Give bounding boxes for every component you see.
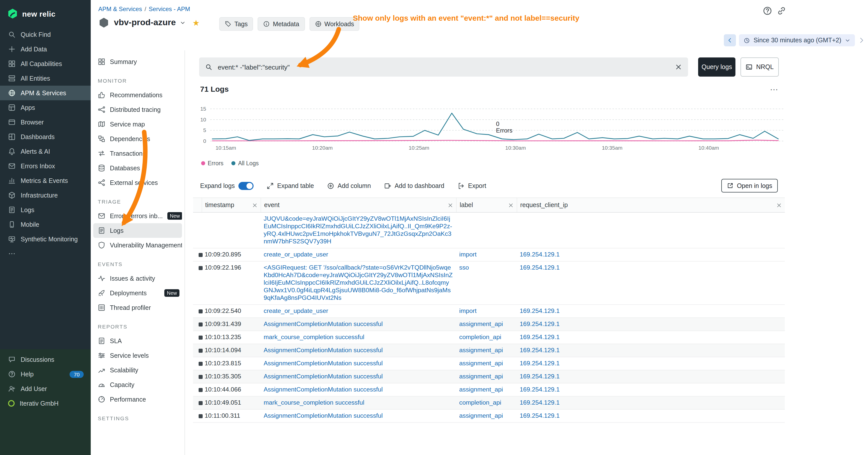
cell-request-client-ip[interactable]: 169.254.129.1 [517, 357, 785, 370]
add-to-dashboard-button[interactable]: Add to dashboard [384, 182, 444, 189]
tags-button[interactable]: Tags [219, 17, 253, 31]
subnav-item-dependencies[interactable]: Dependencies [93, 131, 182, 146]
subnav-item-errors-errors-inb[interactable]: Errors (errors inb...New [93, 208, 182, 223]
subnav-item-external-services[interactable]: External services [93, 175, 182, 190]
sidebar-item-add-data[interactable]: Add Data [0, 42, 91, 57]
cell-label[interactable]: assignment_api [456, 344, 517, 357]
subnav-item-recommendations[interactable]: Recommendations [93, 88, 182, 102]
table-row[interactable]: 10:10:49.051mark_course_completion succe… [193, 396, 785, 410]
cell-request-client-ip[interactable] [517, 213, 785, 248]
cell-request-client-ip[interactable]: 169.254.129.1 [517, 305, 785, 318]
table-row[interactable]: 10:10:23.815AssignmentCompletionMutation… [193, 357, 785, 370]
cell-request-client-ip[interactable]: 169.254.129.1 [517, 384, 785, 396]
table-row[interactable]: 10:09:20.895create_or_update_userimport1… [193, 249, 785, 261]
expand-table-button[interactable]: Expand table [267, 182, 314, 189]
sidebar-item-browser[interactable]: Browser [0, 115, 91, 130]
subnav-item-vulnerability-management[interactable]: Vulnerability Management [93, 238, 182, 253]
cell-label[interactable]: assignment_api [456, 357, 517, 370]
help-circle-icon[interactable] [763, 6, 772, 15]
cell-request-client-ip[interactable]: 169.254.129.1 [517, 396, 785, 409]
add-column-button[interactable]: Add column [327, 182, 371, 189]
sidebar-item-all-entities[interactable]: All Entities [0, 71, 91, 86]
subnav-item-logs[interactable]: Logs [93, 223, 182, 238]
favorite-star[interactable]: ★ [192, 18, 200, 28]
sidebar-item-metrics-events[interactable]: Metrics & Events [0, 173, 91, 188]
subnav-item-issues-activity[interactable]: Issues & activity [93, 271, 182, 286]
cell-request-client-ip[interactable]: 169.254.129.1 [517, 344, 785, 357]
subnav-item-transactions[interactable]: Transactions [93, 146, 182, 161]
sidebar-footer-item-add-user[interactable]: Add User [0, 382, 91, 396]
remove-column-icon[interactable] [447, 202, 453, 208]
cell-request-client-ip[interactable]: 169.254.129.1 [517, 249, 785, 261]
cell-event[interactable]: mark_course_completion successful [260, 331, 456, 344]
table-row[interactable]: 10:09:22.196<ASGIRequest: GET '/sso/call… [193, 261, 785, 305]
sidebar-item-more[interactable] [0, 247, 91, 261]
permalink-icon[interactable] [777, 6, 786, 15]
cell-label[interactable]: assignment_api [456, 318, 517, 330]
cell-event[interactable]: AssignmentCompletionMutation successful [260, 410, 456, 422]
cell-label[interactable]: import [456, 305, 517, 318]
cell-event[interactable]: AssignmentCompletionMutation successful [260, 357, 456, 370]
cell-event[interactable]: mark_course_completion successful [260, 396, 456, 409]
sidebar-item-quick-find[interactable]: Quick Find [0, 27, 91, 42]
sidebar-item-errors-inbox[interactable]: Errors Inbox [0, 159, 91, 173]
sidebar-item-dashboards[interactable]: Dashboards [0, 130, 91, 144]
time-back-button[interactable] [724, 34, 736, 46]
table-row[interactable]: 10:09:22.540create_or_update_userimport1… [193, 305, 785, 318]
column-header-event[interactable]: event [260, 198, 456, 212]
query-logs-button[interactable]: Query logs [698, 58, 736, 76]
open-in-logs-button[interactable]: Open in logs [721, 179, 778, 193]
subnav-item-summary[interactable]: Summary [93, 55, 182, 69]
legend-item-all-logs[interactable]: All Logs [231, 160, 259, 166]
expand-logs-toggle[interactable] [239, 182, 253, 190]
cell-event[interactable]: create_or_update_user [260, 249, 456, 261]
cell-event[interactable]: create_or_update_user [260, 305, 456, 318]
cell-event[interactable]: <ASGIRequest: GET '/sso/callback/?state=… [260, 261, 456, 304]
cell-request-client-ip[interactable]: 169.254.129.1 [517, 318, 785, 330]
subnav-item-thread-profiler[interactable]: Thread profiler [93, 300, 182, 315]
nrql-button[interactable]: NRQL [741, 58, 779, 76]
time-range-button[interactable]: Since 30 minutes ago (GMT+2) [739, 34, 855, 46]
sidebar-item-apps[interactable]: Apps [0, 100, 91, 115]
sidebar-item-infrastructure[interactable]: Infrastructure [0, 188, 91, 202]
cell-label[interactable]: sso [456, 261, 517, 304]
sidebar-item-mobile[interactable]: Mobile [0, 217, 91, 232]
time-forward-button[interactable] [858, 37, 865, 44]
clear-query-icon[interactable] [675, 64, 682, 70]
table-row[interactable]: 10:10:14.094AssignmentCompletionMutation… [193, 344, 785, 357]
sidebar-item-all-capabilities[interactable]: All Capabilities [0, 57, 91, 71]
column-header-timestamp[interactable]: timestamp [202, 198, 260, 212]
table-row[interactable]: JUQVU&code=eyJraWQiOiJjcGItY29yZV8wOTl1M… [193, 213, 785, 249]
table-row[interactable]: 10:11:00.311AssignmentCompletionMutation… [193, 410, 785, 423]
subnav-item-scalability[interactable]: Scalability [93, 363, 182, 378]
title-chevron-down-icon[interactable] [180, 20, 186, 26]
sidebar-item-alerts-ai[interactable]: Alerts & AI [0, 144, 91, 159]
remove-column-icon[interactable] [508, 202, 514, 208]
subnav-item-distributed-tracing[interactable]: Distributed tracing [93, 102, 182, 117]
legend-item-errors[interactable]: Errors [201, 160, 223, 166]
breadcrumb-apm-services[interactable]: APM & Services [98, 5, 142, 12]
subnav-item-deployments[interactable]: DeploymentsNew [93, 286, 182, 300]
subnav-item-service-levels[interactable]: Service levels [93, 348, 182, 363]
cell-label[interactable]: import [456, 249, 517, 261]
more-options-icon[interactable]: … [770, 83, 779, 93]
cell-label[interactable]: assignment_api [456, 370, 517, 383]
sidebar-item-logs[interactable]: Logs [0, 202, 91, 217]
cell-request-client-ip[interactable]: 169.254.129.1 [517, 410, 785, 422]
logo[interactable]: new relic [0, 0, 91, 27]
table-row[interactable]: 10:10:13.235mark_course_completion succe… [193, 331, 785, 344]
cell-request-client-ip[interactable]: 169.254.129.1 [517, 331, 785, 344]
sidebar-footer-item-discussions[interactable]: Discussions [0, 352, 91, 367]
sidebar-item-synthetic-monitoring[interactable]: Synthetic Monitoring [0, 232, 91, 247]
log-query-input[interactable] [217, 63, 671, 71]
cell-event[interactable]: AssignmentCompletionMutation successful [260, 318, 456, 330]
cell-label[interactable]: assignment_api [456, 410, 517, 422]
cell-request-client-ip[interactable]: 169.254.129.1 [517, 261, 785, 304]
cell-label[interactable] [456, 213, 517, 248]
cell-label[interactable]: assignment_api [456, 384, 517, 396]
subnav-item-performance[interactable]: Performance [93, 392, 182, 407]
cell-label[interactable]: completion_api [456, 396, 517, 409]
sidebar-footer-item-help[interactable]: Help70 [0, 367, 91, 382]
subnav-item-databases[interactable]: Databases [93, 161, 182, 175]
sidebar-item-apm-services[interactable]: APM & Services [0, 86, 91, 100]
